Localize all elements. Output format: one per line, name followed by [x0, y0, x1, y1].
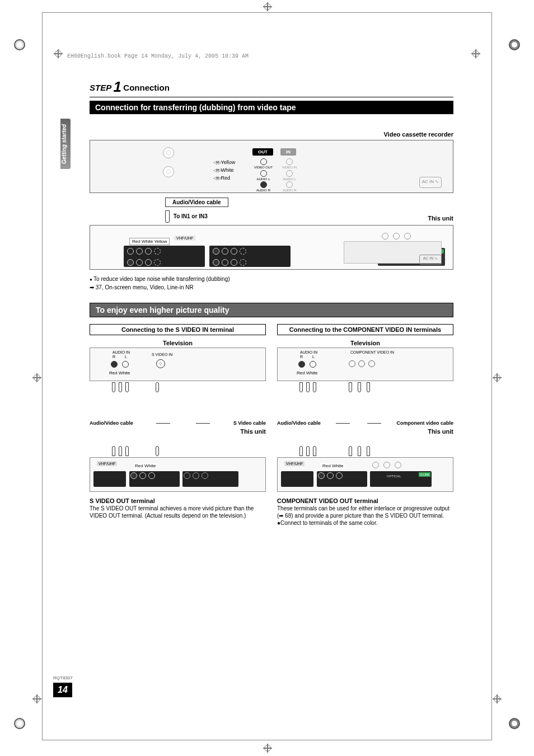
- unit-rear-panel-diagram: VHF/UHF Red White Yellow OPTICAL G-LINK …: [90, 225, 453, 270]
- page-number: 14: [53, 683, 72, 697]
- av-cable-label-right: Audio/Video cable: [277, 420, 321, 426]
- crop-mark-top: [263, 2, 272, 11]
- color-red: Red: [213, 174, 235, 182]
- audio-l-jack-icon: [122, 361, 129, 368]
- vcr-diagram: OUT IN Yellow White Red VIDEO OUT AUDIO …: [90, 140, 453, 193]
- component-column: Connecting to the COMPONENT VIDEO IN ter…: [277, 324, 453, 527]
- cable-row-svideo: Audio/Video cable S Video cable: [90, 420, 266, 426]
- audio-l-in-jack-icon: [286, 170, 293, 177]
- crop-mark-inner-br: [493, 694, 502, 703]
- section-bar-dubbing: Connection for transferring (dubbing) fr…: [90, 101, 453, 114]
- audio-r-in-jack-icon: [286, 181, 293, 188]
- in-badge: IN: [280, 148, 296, 156]
- crop-mark-inner-tr: [471, 49, 480, 58]
- component-subhead: Connecting to the COMPONENT VIDEO IN ter…: [277, 324, 453, 335]
- component-y-jack-icon: [349, 360, 355, 367]
- cable-block-svideo: [90, 381, 266, 420]
- unit-rear-svideo: VHF/UHF Red White: [90, 457, 266, 492]
- step-number: 1: [114, 78, 121, 95]
- ac-in-label: AC IN ∿: [419, 255, 442, 265]
- audio-r-out-jack-icon: [260, 181, 267, 188]
- cable-block-component: [277, 381, 453, 420]
- out-badge: OUT: [252, 148, 273, 156]
- out-jacks: VIDEO OUT AUDIO L AUDIO R: [254, 157, 273, 192]
- unit-rear-component: VHF/UHF Red White OPTICAL G-LINK: [277, 457, 453, 492]
- print-registration-tr: [509, 39, 520, 50]
- document-header-path: EH60English.book Page 14 Monday, July 4,…: [67, 53, 249, 59]
- cable-color-labels: Yellow White Red: [213, 158, 235, 182]
- crop-mark-right: [493, 373, 502, 382]
- this-unit-label-1: This unit: [428, 215, 453, 222]
- crop-mark-inner-bl: [32, 694, 41, 703]
- component-cable-label: Component video cable: [396, 420, 453, 426]
- video-out-jack-icon: [260, 158, 267, 165]
- video-in-jack-icon: [286, 158, 293, 165]
- component-body-text: COMPONENT VIDEO OUT terminal These termi…: [277, 497, 453, 527]
- crop-mark-inner-tl: [54, 49, 63, 58]
- vcr-label: Video cassette recorder: [90, 131, 453, 138]
- rf-in-icon: [163, 166, 174, 177]
- audio-l-jack-icon: [310, 361, 316, 368]
- av-cable-label-left: Audio/Video cable: [90, 420, 133, 426]
- rear-in-block: [124, 246, 205, 267]
- note-2: 37, On-screen menu, Video, Line-in NR: [90, 284, 453, 292]
- crop-mark-left: [32, 373, 41, 382]
- component-out-heading: COMPONENT VIDEO OUT terminal: [277, 497, 453, 505]
- step-title: Connection: [123, 83, 170, 92]
- svideo-subhead: Connecting to the S VIDEO IN terminal: [90, 324, 266, 335]
- to-in-label: To IN1 or IN3: [165, 210, 453, 223]
- print-registration-tl: [14, 39, 25, 50]
- svideo-column: Connecting to the S VIDEO IN terminal Te…: [90, 324, 266, 527]
- cable-block-component-bottom: [277, 435, 453, 457]
- svideo-jack-icon: [156, 359, 165, 368]
- section-bar-higher-quality: To enjoy even higher picture quality: [90, 303, 453, 317]
- component-pb-jack-icon: [358, 360, 365, 367]
- audio-r-jack-icon: [298, 361, 305, 368]
- svideo-body-text: S VIDEO OUT terminal The S VIDEO OUT ter…: [90, 497, 266, 519]
- cable-row-component: Audio/Video cable Component video cable: [277, 420, 453, 426]
- in-jacks: VIDEO IN AUDIO L AUDIO R: [282, 157, 297, 192]
- notes-list: To reduce video tape noise while transfe…: [90, 275, 453, 292]
- print-registration-br: [509, 718, 520, 729]
- step-prefix: STEP: [90, 83, 111, 92]
- tv-rear-svideo: AUDIO IN R L S VIDEO IN Red White: [90, 348, 266, 381]
- rear-out-block: [209, 246, 291, 267]
- rf-out-icon: [163, 147, 174, 158]
- this-unit-label-left: This unit: [90, 428, 266, 435]
- cable-block-svideo-bottom: [90, 435, 266, 457]
- svideo-cable-label: S Video cable: [233, 420, 266, 426]
- crop-mark-bottom: [263, 744, 272, 753]
- component-pr-jack-icon: [368, 360, 375, 367]
- component-out-body1: These terminals can be used for either i…: [277, 505, 449, 519]
- section-side-tab: Getting started: [60, 119, 71, 169]
- red-white-yellow-label: Red White Yellow: [129, 238, 170, 245]
- audio-r-jack-icon: [111, 361, 118, 368]
- this-unit-label-right: This unit: [277, 428, 453, 435]
- document-code: RQT8307: [53, 675, 73, 680]
- step-heading: STEP 1 Connection: [90, 78, 453, 97]
- television-label-left: Television: [90, 340, 266, 346]
- print-registration-bl: [14, 718, 25, 729]
- color-yellow: Yellow: [213, 158, 235, 166]
- tv-rear-component: AUDIO IN R L COMPONENT VIDEO IN Red Whit…: [277, 348, 453, 381]
- audio-l-out-jack-icon: [260, 170, 267, 177]
- ac-in-icon: AC IN ∿: [419, 177, 442, 188]
- svideo-out-body: The S VIDEO OUT terminal achieves a more…: [90, 505, 254, 519]
- vhf-uhf-label: VHF/UHF: [174, 236, 195, 241]
- color-white: White: [213, 166, 235, 174]
- av-cable-label: Audio/Video cable: [165, 198, 228, 207]
- note-1: To reduce video tape noise while transfe…: [90, 275, 453, 284]
- television-label-right: Television: [277, 340, 453, 346]
- component-out-body2: ●Connect to terminals of the same color.: [277, 520, 377, 526]
- svideo-out-heading: S VIDEO OUT terminal: [90, 497, 266, 505]
